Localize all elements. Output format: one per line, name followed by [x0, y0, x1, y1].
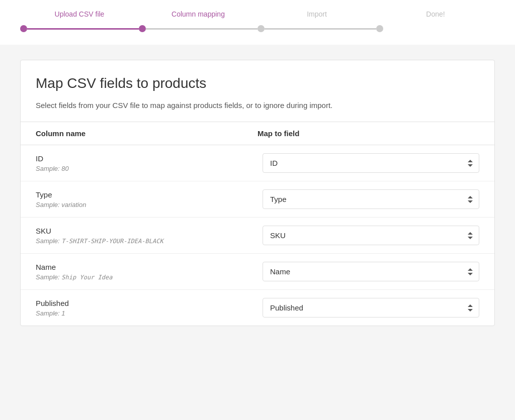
- column-info-name: Name Sample: Ship Your Idea: [36, 263, 252, 281]
- column-name-name: Name: [36, 263, 252, 271]
- step-done: Done!: [376, 10, 495, 32]
- table-header: Column name Map to field: [21, 122, 494, 145]
- wizard-header: Upload CSV file Column mapping Import: [0, 0, 515, 45]
- column-info-type: Type Sample: variation: [36, 190, 252, 208]
- field-select-sku[interactable]: ID Type SKU Name Published Do not import: [263, 226, 479, 245]
- step-done-dot: [376, 25, 383, 32]
- column-info-id: ID Sample: 80: [36, 154, 252, 172]
- mapping-table: Column name Map to field ID Sample: 80 I…: [21, 122, 494, 326]
- column-sample-published: Sample: 1: [36, 309, 252, 317]
- step-import-line: [265, 28, 376, 30]
- column-name-published: Published: [36, 299, 252, 307]
- card-header: Map CSV fields to products Select fields…: [21, 60, 494, 122]
- column-info-sku: SKU Sample: T-SHIRT-SHIP-YOUR-IDEA-BLACK: [36, 227, 252, 245]
- step-import-track: [258, 25, 376, 32]
- step-upload-line: [27, 28, 139, 30]
- step-upload-label: Upload CSV file: [55, 10, 105, 18]
- table-row: SKU Sample: T-SHIRT-SHIP-YOUR-IDEA-BLACK…: [21, 218, 494, 254]
- column-info-published: Published Sample: 1: [36, 299, 252, 317]
- column-map-type: ID Type SKU Name Published Do not import: [252, 189, 479, 209]
- steps-visual: Upload CSV file Column mapping Import: [20, 10, 495, 32]
- column-sample-type: Sample: variation: [36, 201, 252, 208]
- step-mapping-track: [139, 25, 258, 32]
- step-upload-track: [20, 25, 139, 32]
- column-sample-id: Sample: 80: [36, 165, 252, 172]
- field-select-name[interactable]: ID Type SKU Name Published Do not import: [263, 262, 479, 281]
- step-import: Import: [258, 10, 376, 32]
- column-map-published: ID Type SKU Name Published Do not import: [252, 298, 479, 318]
- column-name-sku: SKU: [36, 227, 252, 235]
- main-content: Map CSV fields to products Select fields…: [0, 45, 515, 341]
- step-mapping-dot: [139, 25, 146, 32]
- step-upload: Upload CSV file: [20, 10, 139, 32]
- column-name-type: Type: [36, 190, 252, 199]
- column-sample-name: Sample: Ship Your Idea: [36, 273, 252, 281]
- step-import-dot: [258, 25, 265, 32]
- card-description: Select fields from your CSV file to map …: [36, 99, 479, 112]
- step-mapping: Column mapping: [139, 10, 258, 32]
- table-row: Type Sample: variation ID Type SKU Name …: [21, 181, 494, 218]
- table-row: Name Sample: Ship Your Idea ID Type SKU …: [21, 254, 494, 290]
- field-select-type[interactable]: ID Type SKU Name Published Do not import: [263, 189, 479, 209]
- field-select-published[interactable]: ID Type SKU Name Published Do not import: [263, 298, 479, 318]
- column-map-name: ID Type SKU Name Published Do not import: [252, 262, 479, 281]
- column-name-id: ID: [36, 154, 252, 163]
- page-title: Map CSV fields to products: [36, 75, 479, 91]
- field-select-id[interactable]: ID Type SKU Name Published Do not import: [263, 153, 479, 173]
- step-import-label: Import: [307, 10, 327, 18]
- step-upload-dot: [20, 25, 27, 32]
- column-sample-sku: Sample: T-SHIRT-SHIP-YOUR-IDEA-BLACK: [36, 237, 252, 245]
- step-done-track: [376, 25, 495, 32]
- table-row: ID Sample: 80 ID Type SKU Name Published…: [21, 145, 494, 181]
- map-to-field-header: Map to field: [258, 129, 479, 138]
- table-row: Published Sample: 1 ID Type SKU Name Pub…: [21, 290, 494, 326]
- step-mapping-label: Column mapping: [171, 10, 225, 18]
- step-done-label: Done!: [426, 10, 445, 18]
- column-map-sku: ID Type SKU Name Published Do not import: [252, 226, 479, 245]
- column-name-header: Column name: [36, 129, 258, 138]
- column-map-id: ID Type SKU Name Published Do not import: [252, 153, 479, 173]
- step-mapping-line: [146, 28, 258, 30]
- mapping-card: Map CSV fields to products Select fields…: [20, 60, 495, 326]
